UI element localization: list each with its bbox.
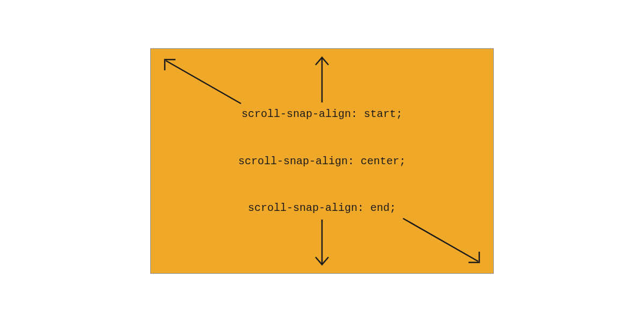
arrow-start-diagonal-icon (160, 55, 241, 104)
arrow-end-diagonal-icon (403, 218, 484, 267)
label-end: scroll-snap-align: end; (248, 202, 396, 214)
label-center: scroll-snap-align: center; (238, 155, 406, 167)
svg-line-3 (403, 218, 478, 261)
svg-line-0 (166, 61, 241, 104)
label-start: scroll-snap-align: start; (241, 108, 402, 120)
scroll-snap-align-diagram: scroll-snap-align: start; scroll-snap-al… (150, 48, 494, 274)
arrow-start-up-icon (311, 53, 333, 103)
arrow-end-down-icon (311, 219, 333, 269)
